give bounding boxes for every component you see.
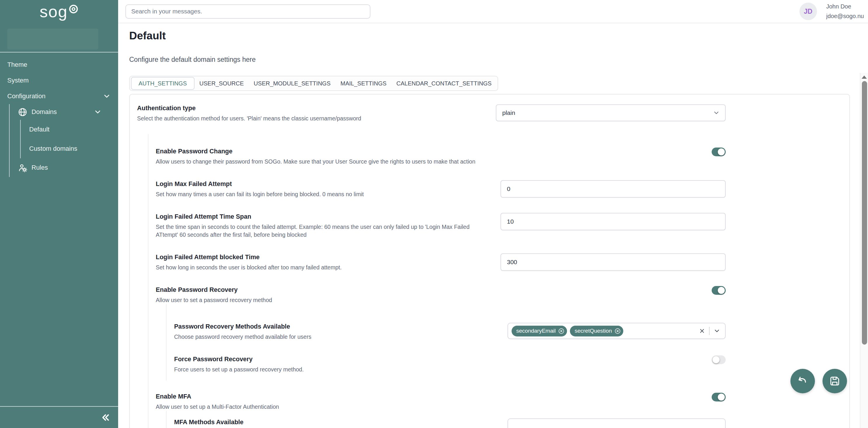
selected-value: plain bbox=[502, 109, 515, 116]
save-icon bbox=[828, 374, 841, 388]
setting-text: Login Failed Attempt blocked Time Set ho… bbox=[156, 253, 500, 271]
sidebar: sog Theme System Configuration bbox=[0, 0, 118, 428]
sidebar-item-domains[interactable]: Domains bbox=[10, 104, 118, 120]
tab-auth-settings[interactable]: AUTH_SETTINGS bbox=[131, 77, 194, 90]
clear-selection-icon[interactable] bbox=[699, 328, 705, 334]
chip-remove-icon[interactable] bbox=[615, 328, 621, 334]
enable-mfa-toggle[interactable] bbox=[712, 393, 726, 401]
tab-user-module-settings[interactable]: USER_MODULE_SETTINGS bbox=[249, 77, 335, 90]
floating-actions bbox=[790, 369, 847, 393]
chip-remove-icon[interactable] bbox=[558, 328, 564, 334]
user-info: John Doe jdoe@sogo.nu bbox=[826, 2, 864, 21]
undo-icon bbox=[796, 374, 809, 388]
sidebar-item-label: Default bbox=[29, 126, 50, 133]
chevron-down-icon bbox=[94, 108, 102, 116]
sidebar-nav: Theme System Configuration Dom bbox=[0, 57, 118, 177]
setting-description: Allow user to set a password recovery me… bbox=[156, 296, 704, 304]
globe-icon bbox=[18, 107, 27, 117]
setting-row-login-failed-attempt-time-span: Login Failed Attempt Time Span Set the t… bbox=[156, 213, 726, 239]
setting-description: Choose password recovery method availabl… bbox=[174, 333, 499, 341]
tab-user-source[interactable]: USER_SOURCE bbox=[194, 77, 249, 90]
setting-text: MFA Methods Available bbox=[174, 418, 507, 426]
page-content: Default Configure the default domain set… bbox=[118, 30, 868, 428]
sidebar-item-configuration[interactable]: Configuration bbox=[0, 88, 118, 104]
toggle-knob bbox=[718, 287, 725, 294]
login-failed-attempt-time-span-input[interactable] bbox=[500, 213, 726, 230]
setting-description: Allow users to change their password fro… bbox=[156, 158, 704, 166]
logo-text: sog bbox=[40, 3, 68, 20]
login-failed-attempt-blocked-time-input[interactable] bbox=[500, 253, 726, 271]
sidebar-item-label: System bbox=[7, 77, 29, 84]
mfa-subgroup: MFA Methods Available bbox=[166, 411, 726, 428]
settings-tabs: AUTH_SETTINGS USER_SOURCE USER_MODULE_SE… bbox=[129, 76, 498, 91]
avatar[interactable]: JD bbox=[800, 3, 817, 20]
tab-mail-settings[interactable]: MAIL_SETTINGS bbox=[335, 77, 392, 90]
divider bbox=[709, 327, 710, 335]
setting-row-authentication-type: Authentication type Select the authentic… bbox=[137, 104, 726, 123]
user-block: JD John Doe jdoe@sogo.nu bbox=[800, 2, 868, 21]
topbar: JD John Doe jdoe@sogo.nu bbox=[118, 0, 868, 23]
search-input[interactable] bbox=[125, 4, 370, 19]
setting-row-enable-mfa: Enable MFA Allow user to set up a Multi-… bbox=[156, 393, 726, 411]
sidebar-footer bbox=[0, 406, 118, 428]
chip-secondary-email: secondaryEmail bbox=[512, 326, 567, 336]
page-subtitle: Configure the default domain settings he… bbox=[129, 56, 868, 64]
setting-description: Set how long in seconds the user is bloc… bbox=[156, 264, 492, 271]
sidebar-item-label: Domains bbox=[31, 108, 57, 116]
sidebar-item-system[interactable]: System bbox=[0, 73, 118, 88]
setting-text: Authentication type Select the authentic… bbox=[137, 104, 496, 123]
setting-text: Enable Password Recovery Allow user to s… bbox=[156, 286, 712, 304]
sidebar-item-theme[interactable]: Theme bbox=[0, 57, 118, 73]
app: sog Theme System Configuration bbox=[0, 0, 868, 428]
setting-row-login-max-failed-attempt: Login Max Failed Attempt Set how many ti… bbox=[156, 180, 726, 198]
setting-label: Login Failed Attempt Time Span bbox=[156, 213, 492, 221]
setting-row-enable-password-change: Enable Password Change Allow users to ch… bbox=[156, 147, 726, 166]
setting-text: Login Max Failed Attempt Set how many ti… bbox=[156, 180, 500, 198]
setting-label: Enable Password Change bbox=[156, 147, 704, 155]
chip-label: secretQuestion bbox=[575, 328, 612, 334]
enable-password-change-toggle[interactable] bbox=[712, 147, 726, 156]
undo-button[interactable] bbox=[790, 369, 815, 393]
sidebar-item-rules[interactable]: Rules bbox=[10, 158, 118, 177]
chevron-down-icon bbox=[713, 109, 720, 116]
collapse-sidebar-button[interactable] bbox=[100, 412, 111, 423]
setting-text: Force Password Recovery Force users to s… bbox=[174, 355, 712, 373]
page-title: Default bbox=[129, 30, 868, 42]
mfa-methods-multiselect[interactable] bbox=[507, 418, 726, 428]
scrollbar[interactable] bbox=[860, 73, 868, 428]
enable-password-recovery-toggle[interactable] bbox=[712, 286, 726, 295]
setting-text: Enable MFA Allow user to set up a Multi-… bbox=[156, 393, 712, 411]
setting-row-password-recovery-methods: Password Recovery Methods Available Choo… bbox=[174, 323, 726, 341]
save-button[interactable] bbox=[823, 369, 847, 393]
sidebar-item-default-domain[interactable]: Default bbox=[21, 120, 118, 139]
setting-row-force-password-recovery: Force Password Recovery Force users to s… bbox=[174, 355, 726, 373]
tab-calendar-contact-settings[interactable]: CALENDAR_CONTACT_SETTINGS bbox=[392, 77, 496, 90]
logo-rings-icon bbox=[68, 4, 79, 15]
auth-settings-panel: Authentication type Select the authentic… bbox=[129, 94, 850, 428]
setting-label: Login Failed Attempt blocked Time bbox=[156, 253, 492, 261]
setting-row-login-failed-attempt-blocked-time: Login Failed Attempt blocked Time Set ho… bbox=[156, 253, 726, 271]
auth-subsettings-group: Enable Password Change Allow users to ch… bbox=[148, 134, 726, 428]
chip-secret-question: secretQuestion bbox=[570, 326, 623, 336]
scroll-up-arrow[interactable] bbox=[862, 75, 867, 79]
authentication-type-select[interactable]: plain bbox=[496, 104, 726, 121]
password-recovery-methods-multiselect[interactable]: secondaryEmail secretQuestion bbox=[507, 323, 726, 339]
sidebar-top-divider bbox=[0, 52, 118, 53]
toggle-knob bbox=[713, 356, 719, 363]
force-password-recovery-toggle[interactable] bbox=[712, 355, 726, 364]
setting-text: Enable Password Change Allow users to ch… bbox=[156, 147, 712, 166]
sidebar-item-label: Theme bbox=[7, 61, 27, 68]
sidebar-item-custom-domains[interactable]: Custom domains bbox=[21, 139, 118, 158]
toggle-knob bbox=[718, 394, 725, 401]
setting-row-enable-password-recovery: Enable Password Recovery Allow user to s… bbox=[156, 286, 726, 304]
user-email: jdoe@sogo.nu bbox=[826, 11, 864, 21]
chevron-down-icon[interactable] bbox=[713, 327, 720, 334]
setting-row-mfa-methods: MFA Methods Available bbox=[174, 418, 726, 428]
setting-description: Select the authentication method for use… bbox=[137, 114, 488, 123]
main-area: JD John Doe jdoe@sogo.nu Default Configu… bbox=[118, 0, 868, 428]
login-max-failed-attempt-input[interactable] bbox=[500, 180, 726, 198]
sidebar-item-label: Rules bbox=[31, 164, 48, 171]
setting-text: Password Recovery Methods Available Choo… bbox=[174, 323, 507, 341]
scrollbar-thumb[interactable] bbox=[862, 81, 867, 344]
setting-label: Force Password Recovery bbox=[174, 355, 704, 363]
